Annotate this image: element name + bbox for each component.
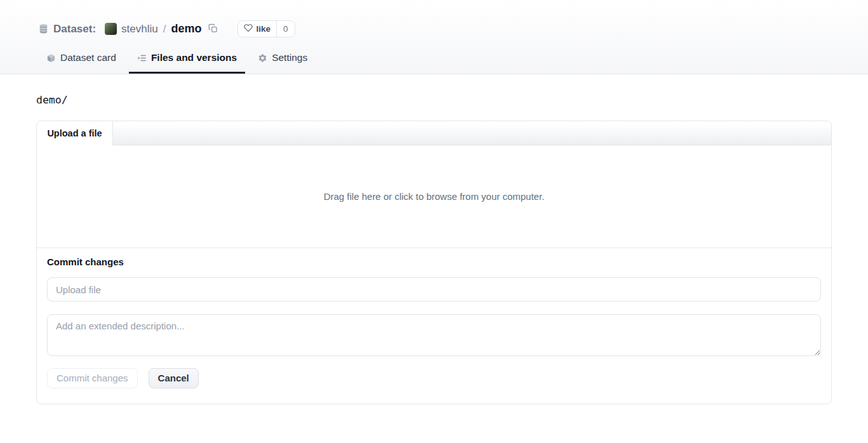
tab-upload-a-file[interactable]: Upload a file: [37, 121, 113, 145]
tab-dataset-card[interactable]: Dataset card: [38, 52, 124, 74]
repo-name-link[interactable]: demo: [171, 22, 201, 36]
versions-list-icon: [137, 53, 147, 63]
upload-card: Upload a file Drag file here or click to…: [36, 121, 832, 404]
page: Dataset: stevhliu / demo: [0, 0, 868, 443]
commit-changes-button[interactable]: Commit changes: [47, 368, 138, 388]
heart-outline-icon: [244, 23, 253, 34]
commit-summary-input[interactable]: [47, 277, 821, 301]
like-button-group: like 0: [237, 20, 295, 37]
commit-description-textarea[interactable]: [47, 314, 821, 356]
repo-tabs: Dataset card Files and versions Setti: [38, 52, 830, 74]
repo-path-breadcrumb[interactable]: demo/: [36, 94, 832, 106]
avatar[interactable]: [105, 23, 117, 35]
cancel-button[interactable]: Cancel: [149, 368, 199, 388]
dropzone-hint-text: Drag file here or click to browse from y…: [324, 191, 545, 202]
tab-files-and-versions[interactable]: Files and versions: [129, 52, 245, 74]
copy-icon: [208, 23, 218, 35]
database-icon: [38, 23, 49, 34]
commit-buttons-row: Commit changes Cancel: [47, 368, 821, 388]
like-button[interactable]: like: [238, 21, 276, 37]
path-separator: /: [163, 23, 166, 36]
owner-link[interactable]: stevhliu: [121, 23, 158, 36]
upload-card-tabstrip: Upload a file: [37, 121, 831, 145]
copy-repo-name-button[interactable]: [208, 23, 218, 35]
file-dropzone[interactable]: Drag file here or click to browse from y…: [37, 145, 831, 248]
header: Dataset: stevhliu / demo: [0, 0, 868, 74]
tab-settings[interactable]: Settings: [250, 52, 316, 74]
like-count[interactable]: 0: [276, 21, 295, 37]
gear-icon: [258, 53, 267, 63]
commit-heading: Commit changes: [47, 256, 821, 267]
tab-label: Files and versions: [151, 52, 237, 63]
tab-label: Dataset card: [60, 52, 116, 63]
cube-icon: [46, 53, 56, 63]
repo-title-row: Dataset: stevhliu / demo: [38, 0, 830, 37]
repo-type-label: Dataset:: [53, 23, 96, 36]
commit-section: Commit changes Commit changes Cancel: [37, 248, 831, 404]
tab-label: Settings: [272, 52, 307, 63]
main-content: demo/ Upload a file Drag file here or cl…: [0, 94, 868, 404]
like-label: like: [256, 24, 270, 34]
